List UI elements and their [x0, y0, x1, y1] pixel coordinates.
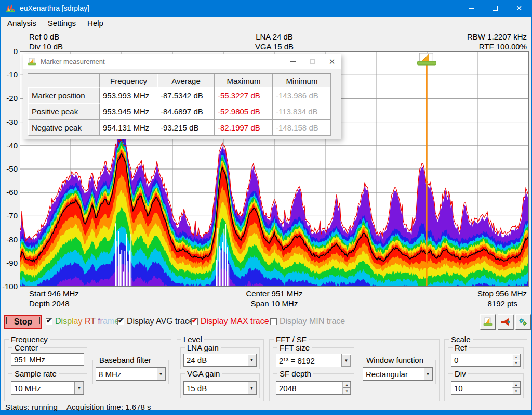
- table-cell: 953.993 MHz: [100, 87, 157, 103]
- window-function-dropdown[interactable]: Rectangular ▼: [363, 367, 433, 381]
- spin-up-icon[interactable]: ▲: [343, 382, 351, 388]
- row-header-negative-peak: Negative peak: [28, 120, 100, 136]
- spin-down-icon[interactable]: ▼: [512, 388, 520, 394]
- marker-measurement-dialog[interactable]: Marker measurement ✕ Frequency Average M…: [23, 54, 341, 139]
- menu-analysis[interactable]: Analysis: [2, 17, 42, 29]
- checkbox-label: Display AVG trace: [127, 317, 194, 326]
- checkbox-label: Display MAX trace: [201, 317, 269, 326]
- sf-depth-value[interactable]: 2048: [276, 384, 342, 393]
- sample-rate-dropdown[interactable]: 10 MHz ▼: [11, 381, 84, 395]
- group-center-label: Center: [12, 343, 40, 352]
- group-fft-size-label: FFT size: [277, 343, 312, 352]
- table-cell: 954.131 MHz: [100, 120, 157, 136]
- marker-table: Frequency Average Maximum Minimum Marker…: [28, 73, 331, 136]
- group-div-label: Div: [453, 369, 468, 378]
- checkbox-box[interactable]: ✔: [191, 318, 198, 325]
- chevron-down-icon[interactable]: ▼: [247, 382, 256, 394]
- checkbox-box[interactable]: ✔: [46, 318, 52, 325]
- status-text: Status: running: [5, 403, 58, 411]
- maximize-button[interactable]: [483, 0, 507, 17]
- div-value[interactable]: 10: [451, 384, 512, 393]
- y-tick-label: -50: [0, 164, 18, 174]
- center-frequency-input[interactable]: 951 MHz: [11, 353, 84, 366]
- sf-depth-spinner[interactable]: 2048 ▲▼: [276, 381, 351, 395]
- checkbox-display-avg-trace[interactable]: ✔ Display AVG trace: [117, 317, 194, 326]
- table-cell: -148.158 dB: [273, 120, 331, 136]
- table-cell: -87.5342 dB: [157, 87, 215, 103]
- dialog-minimize-button[interactable]: [289, 58, 296, 66]
- checkbox-display-rt-frame[interactable]: ✔ Display RT frame: [46, 317, 119, 326]
- acquisition-time-text: Acquisition time: 1.678 s: [66, 403, 151, 411]
- chevron-down-icon[interactable]: ▼: [341, 354, 351, 367]
- column-header-average: Average: [157, 74, 215, 87]
- chevron-down-icon[interactable]: ▼: [74, 382, 84, 394]
- dialog-title: Marker measurement: [41, 58, 105, 66]
- checkbox-box[interactable]: [270, 318, 277, 325]
- checkbox-box[interactable]: ✔: [117, 318, 124, 325]
- checkbox-label: Display MIN trace: [280, 317, 345, 326]
- window-function-value: Rectangular: [363, 370, 423, 379]
- check-mark-icon: ✔: [192, 317, 197, 325]
- table-cell: -93.215 dB: [157, 120, 215, 136]
- spin-up-icon[interactable]: ▲: [512, 354, 520, 360]
- fft-size-value: 2¹³ = 8192: [276, 356, 341, 365]
- baseband-filter-dropdown[interactable]: 8 MHz ▼: [96, 367, 166, 381]
- spin-down-icon[interactable]: ▼: [512, 360, 520, 367]
- dialog-maximize-button: [309, 58, 316, 66]
- gears-icon: [518, 317, 528, 327]
- group-window-function-label: Window function: [364, 356, 425, 365]
- marker-tool-button[interactable]: [480, 314, 496, 330]
- check-mark-icon: ✔: [118, 317, 124, 325]
- y-tick-label: -40: [0, 141, 18, 150]
- table-cell: -113.834 dB: [273, 103, 331, 120]
- checkbox-display-min-trace[interactable]: Display MIN trace: [270, 317, 345, 326]
- y-tick-label: -10: [0, 70, 18, 80]
- column-header-maximum: Maximum: [215, 74, 273, 87]
- table-cell: 953.945 MHz: [100, 103, 157, 120]
- ref-spinner[interactable]: 0 ▲▼: [451, 354, 521, 367]
- dialog-titlebar[interactable]: Marker measurement ✕: [23, 54, 341, 69]
- settings-tool-button[interactable]: [515, 314, 531, 330]
- close-button[interactable]: ✕: [507, 0, 531, 17]
- stop-button[interactable]: Stop: [4, 315, 42, 329]
- group-sample-rate-label: Sample rate: [12, 369, 59, 378]
- dialog-close-button[interactable]: ✕: [328, 58, 336, 66]
- group-ref-label: Ref: [453, 343, 469, 352]
- sample-rate-value: 10 MHz: [11, 384, 74, 393]
- y-tick-label: -20: [0, 94, 18, 103]
- row-header-marker-position: Marker position: [28, 87, 100, 103]
- table-cell: -55.3227 dB: [215, 87, 273, 103]
- window-titlebar[interactable]: euXenarthra [sdrplay] ✕: [0, 0, 532, 17]
- center-frequency-value[interactable]: 951 MHz: [11, 355, 84, 364]
- speaker-icon: [500, 317, 511, 327]
- marker-icon: [483, 317, 493, 327]
- chevron-down-icon[interactable]: ▼: [247, 354, 256, 366]
- check-mark-icon: ✔: [46, 317, 52, 325]
- column-header-minimum: Minimum: [273, 74, 331, 87]
- menu-bar: Analysis Settings Help: [1, 17, 531, 30]
- spin-down-icon[interactable]: ▼: [343, 388, 351, 394]
- table-corner-cell: [28, 74, 100, 87]
- lna-gain-dropdown[interactable]: 24 dB ▼: [183, 354, 257, 367]
- fft-size-dropdown[interactable]: 2¹³ = 8192 ▼: [276, 354, 351, 367]
- ref-value[interactable]: 0: [451, 356, 512, 365]
- group-frequency-label: Frequency: [9, 335, 50, 344]
- window-title: euXenarthra [sdrplay]: [20, 4, 89, 12]
- y-tick-label: -70: [0, 211, 18, 221]
- checkbox-display-max-trace[interactable]: ✔ Display MAX trace: [191, 317, 269, 326]
- audio-tool-button[interactable]: [498, 314, 513, 330]
- readout-rtf: RTF 100.00%: [20, 42, 527, 51]
- minimize-button[interactable]: [459, 0, 483, 17]
- chevron-down-icon[interactable]: ▼: [156, 368, 165, 380]
- vga-gain-dropdown[interactable]: 15 dB ▼: [183, 381, 257, 395]
- statusbar-divider: [62, 403, 62, 410]
- menu-settings[interactable]: Settings: [43, 17, 81, 29]
- spin-up-icon[interactable]: ▲: [512, 382, 520, 388]
- chevron-down-icon[interactable]: ▼: [423, 368, 432, 380]
- group-baseband-filter-label: Baseband filter: [97, 356, 153, 365]
- menu-help[interactable]: Help: [82, 17, 109, 29]
- y-tick-label: -30: [0, 118, 18, 127]
- y-tick-label: 0: [0, 47, 18, 56]
- div-spinner[interactable]: 10 ▲▼: [451, 381, 521, 395]
- lna-gain-value: 24 dB: [184, 356, 247, 365]
